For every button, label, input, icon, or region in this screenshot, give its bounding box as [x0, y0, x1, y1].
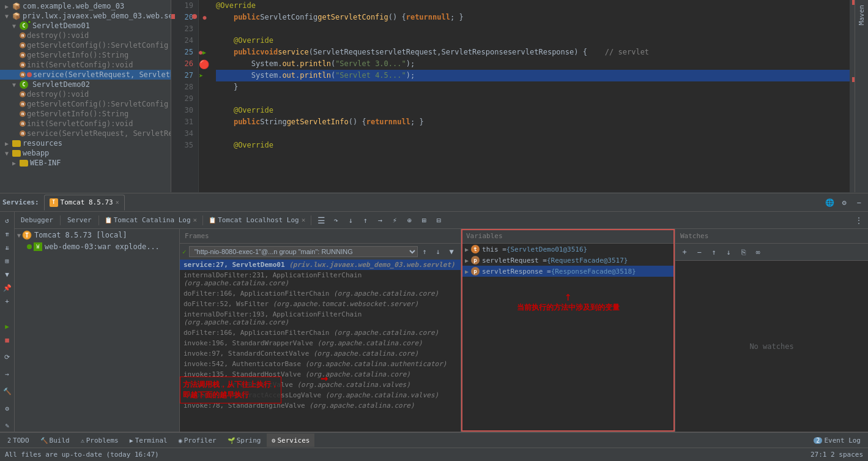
step-out-btn[interactable]: ↑: [358, 214, 372, 227]
frame-label-1: internalDoFilter:231, ApplicationFilterC…: [184, 271, 457, 287]
watches-more-btn[interactable]: ∞: [751, 245, 765, 259]
sidebar-item-webapp[interactable]: ▼ webapp: [0, 148, 171, 158]
sidebar-item-getservletinfo2[interactable]: m getServletInfo():String: [0, 109, 171, 119]
status-position: 27:1 2 spaces: [811, 451, 863, 459]
frame-item-5[interactable]: doFilter:166, ApplicationFilterChain (or…: [180, 328, 461, 338]
sidebar-item-priv-pkg[interactable]: ▼ 📦 priv.lwx.javaex.web_demo_03.web.serv…: [0, 11, 171, 21]
edit-icon[interactable]: ✎: [1, 419, 13, 432]
sidebar-item-service2[interactable]: m service(ServletRequest, ServletRespons…: [0, 129, 171, 138]
frame-item-0[interactable]: service:27, ServletDemo01 (priv.lwx.java…: [180, 260, 461, 270]
sidebar-item-com-example[interactable]: ▶ 📦 com.example.web_demo_03: [0, 1, 171, 11]
config-btn[interactable]: ⚙: [1, 402, 13, 414]
sidebar-item-servlet-demo02[interactable]: ▼ C ServletDemo02: [0, 80, 171, 89]
align-down-btn[interactable]: ⇊: [1, 241, 13, 253]
var-item-resp[interactable]: ▶ p servletResponse = {ResponseFacade@35…: [461, 266, 675, 277]
refresh-btn[interactable]: ↺: [1, 214, 13, 227]
pin-btn[interactable]: 📌: [1, 282, 13, 294]
watches-up-btn[interactable]: ↑: [707, 245, 721, 259]
thread-selector-row: ✓ "http-nio-8080-exec-1"@...n group "mai…: [180, 244, 461, 260]
frame-item-8[interactable]: invoke:542, AuthenticatorBase (org.apach…: [180, 359, 461, 369]
frame-item-11[interactable]: invoke:698, AbstractAccessLogValve (org.…: [180, 390, 461, 400]
expand-icon: ▶: [465, 246, 469, 253]
tab-event-log[interactable]: 2 Event Log: [809, 433, 866, 447]
sidebar-item-init[interactable]: m init(ServletConfig):void: [0, 60, 171, 70]
localhost-close[interactable]: ×: [302, 216, 306, 224]
sidebar-item-getservletconfig[interactable]: m getServletConfig():ServletConfig: [0, 40, 171, 50]
sidebar-item-servlet-demo01[interactable]: ▼ C ServletDemo01: [0, 21, 171, 31]
settings-icon[interactable]: ⚙: [837, 196, 851, 209]
tab-spring[interactable]: 🌱 Spring: [223, 433, 266, 447]
tab-profiler[interactable]: ◉ Profiler: [174, 433, 221, 447]
thread-up-btn[interactable]: ↑: [418, 245, 431, 258]
run-btn[interactable]: ▶: [1, 320, 13, 332]
sidebar-item-getservletconfig2[interactable]: m getServletConfig():ServletConfig: [0, 99, 171, 109]
sidebar-item-init2[interactable]: m init(ServletConfig):void: [0, 119, 171, 129]
build-btn[interactable]: 🔨: [1, 385, 13, 397]
frame-item-9[interactable]: invoke:135, StandardHostValve (org.apach…: [180, 369, 461, 380]
no-watches-label: No watches: [749, 342, 793, 351]
globe-icon[interactable]: 🌐: [823, 196, 836, 209]
tab-todo[interactable]: 2 TODO: [2, 433, 34, 447]
watches-down-btn[interactable]: ↓: [722, 245, 735, 259]
tab-services[interactable]: ⚙ Services: [267, 433, 314, 447]
add-service-btn[interactable]: +: [1, 295, 13, 307]
sidebar-item-webinf[interactable]: ▶ WEB-INF: [0, 158, 171, 168]
catalina-close[interactable]: ×: [193, 216, 198, 224]
thread-filter-btn[interactable]: ▼: [445, 245, 458, 258]
editor-scrollbar[interactable]: [850, 0, 855, 192]
watches-remove-btn[interactable]: −: [692, 245, 706, 259]
tab-tomcat[interactable]: T Tomcat 8.5.73 ×: [44, 195, 125, 211]
tab-problems[interactable]: ⚠ Problems: [76, 433, 124, 447]
watches-copy-btn[interactable]: ⎘: [736, 245, 750, 259]
tab-close-btn[interactable]: ×: [116, 199, 119, 206]
watches-add-btn[interactable]: +: [678, 245, 691, 259]
frame-item-7[interactable]: invoke:97, StandardContextValve (org.apa…: [180, 348, 461, 359]
var-item-this[interactable]: ▶ t this = {ServletDemo01@3516}: [461, 244, 675, 255]
sidebar-item-destroy2[interactable]: m destroy():void: [0, 89, 171, 99]
todo-icon: 2: [7, 437, 11, 444]
server-tab[interactable]: Server: [64, 214, 95, 227]
thread-down-btn[interactable]: ↓: [431, 245, 445, 258]
frame-item-10[interactable]: invoke:81, ErrorReportValve (org.apache.…: [180, 380, 461, 390]
align-up-btn[interactable]: ⇈: [1, 228, 13, 240]
catalina-log-tab[interactable]: 📋 Tomcat Catalina Log ×: [102, 216, 199, 224]
sidebar-item-service-bp[interactable]: m service(ServletRequest, ServletRespons…: [0, 70, 171, 80]
open-btn[interactable]: →: [1, 368, 13, 380]
frame-item-12[interactable]: invoke:78, StandardEngineValve (org.apac…: [180, 400, 461, 411]
jump-btn[interactable]: ⊕: [402, 214, 416, 227]
sidebar-item-destroy[interactable]: m destroy():void: [0, 31, 171, 40]
sidebar-item-resources[interactable]: ▶ resources: [0, 138, 171, 148]
group-btn[interactable]: ⊞: [1, 255, 13, 267]
arrow-icon: ▶: [5, 140, 11, 147]
run-to-cursor-btn[interactable]: →: [373, 214, 387, 227]
maven-label[interactable]: Maven: [856, 2, 867, 28]
table-btn[interactable]: ⊞: [417, 214, 431, 227]
localhost-log-tab[interactable]: 📋 Tomcat Localhost Log ×: [206, 216, 308, 224]
debugger-tab[interactable]: Debugger: [17, 214, 57, 227]
frame-item-6[interactable]: invoke:196, StandardWrapperValve (org.ap…: [180, 338, 461, 348]
stop-btn[interactable]: ■: [1, 334, 13, 346]
frame-item-1[interactable]: internalDoFilter:231, ApplicationFilterC…: [180, 270, 461, 288]
folder-label: resources: [23, 139, 62, 148]
frame-item-2[interactable]: doFilter:166, ApplicationFilterChain (or…: [180, 288, 461, 299]
tab-terminal[interactable]: ▶ Terminal: [125, 433, 172, 447]
tomcat-node[interactable]: ▼ T Tomcat 8.5.73 [local]: [15, 229, 179, 241]
frame-item-4[interactable]: internalDoFilter:193, ApplicationFilterC…: [180, 309, 461, 328]
method-icon: m: [20, 101, 26, 107]
war-node[interactable]: W web-demo-03:war explode...: [15, 241, 179, 252]
filter-btn[interactable]: ▼: [1, 268, 13, 280]
resume-btn[interactable]: ☰: [314, 214, 328, 227]
restart-btn[interactable]: ⟳: [1, 351, 13, 363]
var-name-resp: servletResponse: [482, 268, 543, 275]
var-item-req[interactable]: ▶ p servletRequest = {RequestFacade@3517…: [461, 255, 675, 266]
step-over-btn[interactable]: ↷: [329, 214, 343, 227]
tab-build[interactable]: 🔨 Build: [35, 433, 75, 447]
more-options-btn[interactable]: ⋮: [852, 214, 866, 227]
layout-btn[interactable]: ⊟: [432, 214, 445, 227]
step-into-btn[interactable]: ↓: [344, 214, 357, 227]
sidebar-item-getservletinfo[interactable]: m getServletInfo():String: [0, 50, 171, 60]
frame-item-3[interactable]: doFilter:52, WsFilter (org.apache.tomcat…: [180, 299, 461, 309]
thread-select[interactable]: "http-nio-8080-exec-1"@...n group "main"…: [189, 246, 418, 257]
minimize-icon[interactable]: −: [852, 196, 866, 209]
eval-expr-btn[interactable]: ⚡: [388, 214, 401, 227]
